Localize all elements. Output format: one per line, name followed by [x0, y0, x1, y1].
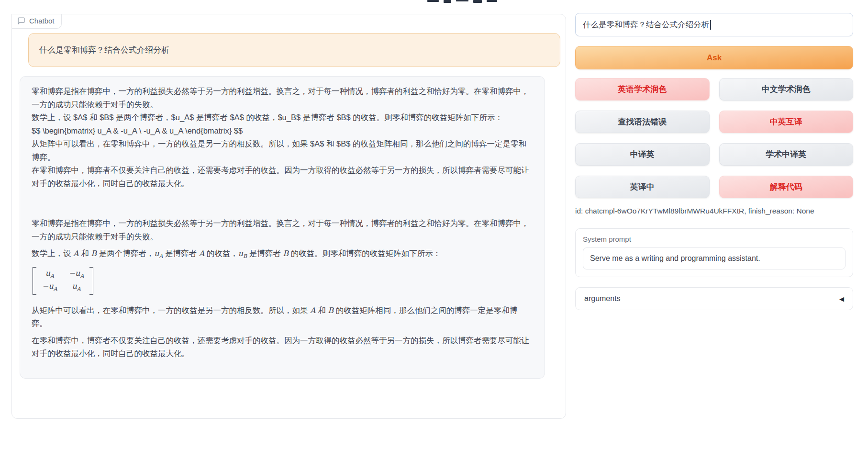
arguments-accordion-label: arguments	[584, 294, 621, 303]
quick-action-button-4[interactable]: 中英互译	[719, 111, 854, 133]
user-message-bubble: 什么是零和博弈？结合公式介绍分析	[28, 33, 560, 67]
bot-paragraph: 在零和博弈中，博弈者不仅要关注自己的收益，还需要考虑对手的收益。因为一方取得的收…	[32, 164, 532, 190]
bot-paragraph: $$ \begin{bmatrix} u_A & -u_A \ -u_A & u…	[32, 124, 532, 138]
quick-action-button-5[interactable]: 中译英	[575, 143, 710, 166]
math-symbol: B	[283, 249, 289, 258]
chat-messages: 什么是零和博弈？结合公式介绍分析 零和博弈是指在博弈中，一方的利益损失必然等于另…	[12, 14, 566, 418]
bot-paragraph: 在零和博弈中，博弈者不仅要关注自己的收益，还需要考虑对手的收益。因为一方取得的收…	[32, 334, 532, 360]
math-symbol: A	[310, 306, 316, 315]
question-input[interactable]: 什么是零和博弈？结合公式介绍分析	[575, 13, 853, 36]
math-symbol: B	[328, 306, 334, 315]
bot-paragraph: 数学上，设 A 和 B 是两个博弈者，uA 是博弈者 A 的收益，uB 是博弈者…	[32, 247, 532, 263]
bot-paragraph: 零和博弈是指在博弈中，一方的利益损失必然等于另一方的利益增益。换言之，对于每一种…	[32, 217, 532, 243]
bot-paragraph: 数学上，设 $A$ 和 $B$ 是两个博弈者，$u_A$ 是博弈者 $A$ 的收…	[32, 111, 532, 124]
user-message-text: 什么是零和博弈？结合公式介绍分析	[39, 45, 169, 56]
quick-action-button-8[interactable]: 解释代码	[719, 176, 854, 198]
quick-action-button-3[interactable]: 查找语法错误	[575, 111, 710, 133]
math-symbol: A	[73, 249, 79, 258]
chatbot-panel: Chatbot 什么是零和博弈？结合公式介绍分析 零和博弈是指在博弈中，一方的利…	[11, 14, 566, 419]
text-cursor	[710, 20, 711, 30]
ask-button[interactable]: Ask	[575, 46, 853, 69]
math-symbol: uA	[154, 249, 163, 258]
controls-column: 什么是零和博弈？结合公式介绍分析 Ask 英语学术润色中文学术润色查找语法错误中…	[575, 13, 853, 310]
app: Chatbot 什么是零和博弈？结合公式介绍分析 零和博弈是指在博弈中，一方的利…	[0, 0, 868, 460]
quick-action-grid: 英语学术润色中文学术润色查找语法错误中英互译中译英学术中译英英译中解释代码	[575, 78, 853, 198]
bot-block-spacer	[32, 190, 532, 217]
bot-raw-markdown-block: 零和博弈是指在博弈中，一方的利益损失必然等于另一方的利益增益。换言之，对于每一种…	[32, 85, 532, 190]
system-prompt-group: System prompt Serve me as a writing and …	[575, 228, 853, 277]
arguments-accordion[interactable]: arguments ◀	[575, 287, 853, 310]
math-symbol: −uA	[42, 281, 57, 291]
bot-message-bubble: 零和博弈是指在博弈中，一方的利益损失必然等于另一方的利益增益。换言之，对于每一种…	[20, 76, 545, 379]
bot-paragraph: 从矩阵中可以看出，在零和博弈中，一方的收益是另一方的相反数。所以，如果 $A$ …	[32, 137, 532, 164]
clipped-page-title	[427, 0, 499, 3]
quick-action-button-7[interactable]: 英译中	[575, 176, 710, 198]
quick-action-button-6[interactable]: 学术中译英	[719, 143, 854, 166]
bot-paragraph: 从矩阵中可以看出，在零和博弈中，一方的收益是另一方的相反数。所以，如果 A 和 …	[32, 304, 532, 330]
quick-action-button-2[interactable]: 中文学术润色	[719, 78, 854, 101]
collapse-arrow-icon: ◀	[839, 296, 844, 302]
math-symbol: uA	[72, 281, 80, 291]
math-symbol: B	[91, 249, 97, 258]
system-prompt-input[interactable]: Serve me as a writing and programming as…	[583, 247, 846, 269]
question-input-value: 什么是零和博弈？结合公式介绍分析	[583, 20, 709, 30]
math-symbol: A	[199, 249, 205, 258]
quick-action-button-1[interactable]: 英语学术润色	[575, 78, 710, 101]
bot-rendered-block: 零和博弈是指在博弈中，一方的利益损失必然等于另一方的利益增益。换言之，对于每一种…	[32, 217, 532, 360]
bot-paragraph: 零和博弈是指在博弈中，一方的利益损失必然等于另一方的利益增益。换言之，对于每一种…	[32, 85, 532, 111]
system-prompt-label: System prompt	[583, 235, 846, 243]
payoff-matrix: uA−uA−uAuA	[33, 267, 532, 299]
math-symbol: uA	[45, 269, 54, 278]
math-symbol: uB	[238, 249, 247, 258]
math-symbol: −uA	[69, 269, 84, 278]
completion-status-text: id: chatcmpl-6wOo7KrYTwMl89lbrMWRu4UkFFX…	[575, 207, 853, 215]
